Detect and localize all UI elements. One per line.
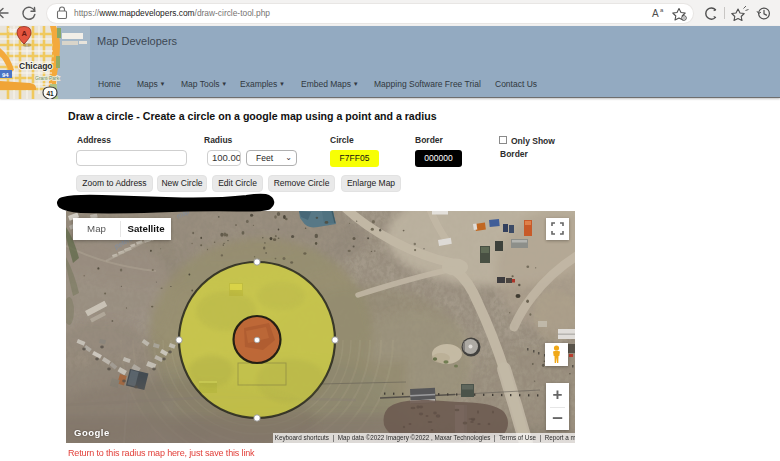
svg-text:41: 41 — [47, 90, 55, 97]
svg-text:a: a — [660, 7, 664, 13]
svg-text:Chicago: Chicago — [19, 61, 53, 71]
svg-text:94: 94 — [2, 72, 9, 78]
svg-text:A: A — [652, 8, 659, 19]
svg-text:Grant Park: Grant Park — [35, 75, 60, 81]
svg-text:A: A — [22, 29, 28, 38]
